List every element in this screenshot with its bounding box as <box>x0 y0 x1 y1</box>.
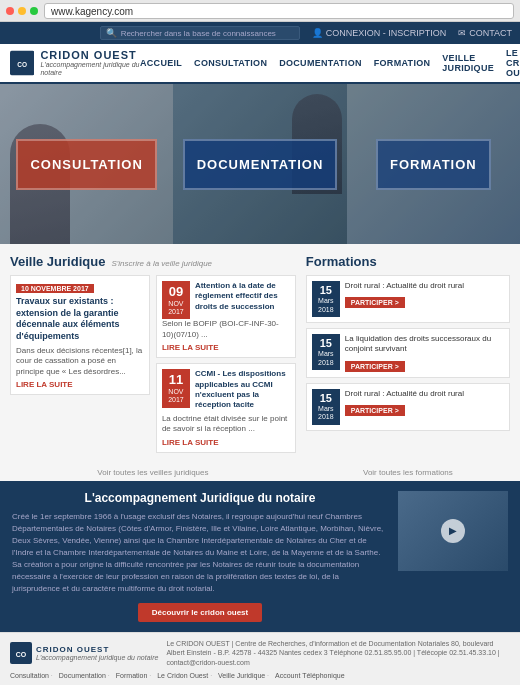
veille-item-text: Dans deux décisions récentes[1], la cour… <box>16 346 144 377</box>
veille-section: Veille Juridique S'inscrire à la veille … <box>10 254 296 458</box>
footer-info: Le CRIDON OUEST | Centre de Recherches, … <box>166 639 510 668</box>
dot-yellow <box>18 7 26 15</box>
veille-sub-text-0: Selon le BOFIP (BOI-CF-INF-30-10)(07/10)… <box>162 319 290 340</box>
formations-section: Formations 15 Mars 2018 Droit rural : Ac… <box>306 254 510 458</box>
formation-title-0: Droit rural : Actualité du droit rural <box>345 281 504 291</box>
dot-red <box>6 7 14 15</box>
nav-veille[interactable]: VEILLE JURIDIQUE <box>442 53 494 73</box>
site-footer: CO CRIDON OUEST L'accompagnement juridiq… <box>0 632 520 685</box>
nav-cridon[interactable]: LE CRIDON OUEST <box>506 48 520 78</box>
logo-tagline: L'accompagnement juridique du notaire <box>40 61 140 76</box>
footer-logo: CO CRIDON OUEST L'accompagnement juridiq… <box>10 642 158 664</box>
formations-title: Formations <box>306 254 377 269</box>
hero-formation[interactable]: FORMATION <box>347 84 520 244</box>
site-header: CO CRIDON OUEST L'accompagnement juridiq… <box>0 44 520 84</box>
footer-nav-consultation[interactable]: Consultation <box>10 672 53 679</box>
veille-date-square-0: 09 NOV 2017 <box>162 281 190 319</box>
nav-accueil[interactable]: ACCUEIL <box>140 58 182 68</box>
nav-documentation[interactable]: DOCUMENTATION <box>279 58 362 68</box>
participer-btn-0[interactable]: PARTICIPER > <box>345 297 405 308</box>
svg-text:CO: CO <box>17 61 27 68</box>
logo-icon: CO <box>10 48 34 78</box>
hero-label-formation[interactable]: FORMATION <box>376 139 491 190</box>
blue-info-image: ▶ <box>398 491 508 571</box>
footer-top: CO CRIDON OUEST L'accompagnement juridiq… <box>10 639 510 668</box>
footer-nav-veille[interactable]: Veille Juridique <box>218 672 269 679</box>
veille-left-col: 10 NOVEMBRE 2017 Travaux sur existants :… <box>10 275 150 458</box>
search-icon: 🔍 <box>106 28 117 38</box>
formations-header: Formations <box>306 254 510 269</box>
formation-title-2: Droit rural : Actualité du droit rural <box>345 389 504 399</box>
nav-formation[interactable]: FORMATION <box>374 58 431 68</box>
formation-date-1: 15 Mars 2018 <box>312 334 340 370</box>
blue-info-body: Créé le 1er septembre 1966 à l'usage exc… <box>12 511 388 595</box>
footer-nav-formation[interactable]: Formation <box>116 672 151 679</box>
veille-header: Veille Juridique S'inscrire à la veille … <box>10 254 296 269</box>
svg-text:CO: CO <box>16 651 27 658</box>
hero-label-documentation[interactable]: DOCUMENTATION <box>183 139 338 190</box>
participer-btn-2[interactable]: PARTICIPER > <box>345 405 405 416</box>
formation-item-0: 15 Mars 2018 Droit rural : Actualité du … <box>306 275 510 323</box>
veille-right-col: 09 NOV 2017 Attention à la date de règle… <box>156 275 296 458</box>
formation-info-1: La liquidation des droits successoraux d… <box>345 334 504 372</box>
voir-toutes-veilles[interactable]: Voir toutes les veilles juridiques <box>10 468 296 477</box>
footer-nav-documentation[interactable]: Documentation <box>59 672 110 679</box>
hero-label-consultation[interactable]: CONSULTATION <box>16 139 156 190</box>
search-box[interactable]: 🔍 Rechercher dans la base de connaissanc… <box>100 26 300 40</box>
veille-date-square-1: 11 NOV 2017 <box>162 369 190 407</box>
veille-lire-suite[interactable]: LIRE LA SUITE <box>16 380 144 389</box>
veille-sub-item-0: 09 NOV 2017 Attention à la date de règle… <box>156 275 296 358</box>
footer-logo-icon: CO <box>10 642 32 664</box>
utility-bar: 🔍 Rechercher dans la base de connaissanc… <box>0 22 520 44</box>
veille-sub-lire-1[interactable]: LIRE LA SUITE <box>162 438 290 447</box>
browser-chrome: www.kagency.com <box>0 0 520 22</box>
hero-banner: CONSULTATION DOCUMENTATION FORMATION <box>0 84 520 244</box>
footer-logo-tagline: L'accompagnement juridique du notaire <box>36 654 158 661</box>
main-nav: ACCUEIL CONSULTATION DOCUMENTATION FORMA… <box>140 48 520 78</box>
footer-nav-account[interactable]: Account Téléphonique <box>275 672 345 679</box>
formation-date-2: 15 Mars 2018 <box>312 389 340 425</box>
contact-link[interactable]: ✉ CONTACT <box>458 28 512 38</box>
address-bar[interactable]: www.kagency.com <box>44 3 514 19</box>
footer-logo-name: CRIDON OUEST <box>36 645 158 654</box>
footer-nav: Consultation Documentation Formation Le … <box>10 672 510 679</box>
blue-info-title: L'accompagnement Juridique du notaire <box>12 491 388 505</box>
dot-green <box>30 7 38 15</box>
veille-subscribe-link[interactable]: S'inscrire à la veille juridique <box>111 259 212 268</box>
veille-sub-text-1: La doctrine était divisée sur le point d… <box>162 414 290 435</box>
search-placeholder: Rechercher dans la base de connaissances <box>121 29 276 38</box>
envelope-icon: ✉ <box>458 28 466 38</box>
participer-btn-1[interactable]: PARTICIPER > <box>345 361 405 372</box>
formation-title-1: La liquidation des droits successoraux d… <box>345 334 504 355</box>
formation-info-2: Droit rural : Actualité du droit rural P… <box>345 389 504 416</box>
veille-item-main: 10 NOVEMBRE 2017 Travaux sur existants :… <box>10 275 150 395</box>
logo-text-block: CRIDON OUEST L'accompagnement juridique … <box>40 49 140 76</box>
formation-date-0: 15 Mars 2018 <box>312 281 340 317</box>
decouvrir-button[interactable]: Découvrir le cridon ouest <box>138 603 262 622</box>
blue-info-section: L'accompagnement Juridique du notaire Cr… <box>0 481 520 632</box>
play-icon[interactable]: ▶ <box>441 519 465 543</box>
login-link[interactable]: 👤 CONNEXION - INSCRIPTION <box>312 28 447 38</box>
blue-info-text: L'accompagnement Juridique du notaire Cr… <box>12 491 388 622</box>
logo-name: CRIDON OUEST <box>40 49 140 61</box>
nav-consultation[interactable]: CONSULTATION <box>194 58 267 68</box>
veille-sub-item-1: 11 NOV 2017 CCMI - Les dispositions appl… <box>156 363 296 452</box>
voir-toutes-formations[interactable]: Voir toutes les formations <box>306 468 510 477</box>
formation-info-0: Droit rural : Actualité du droit rural P… <box>345 281 504 308</box>
veille-item-title: Travaux sur existants : extension de la … <box>16 296 144 343</box>
hero-documentation[interactable]: DOCUMENTATION <box>173 84 346 244</box>
voir-toutes-row: Voir toutes les veilles juridiques Voir … <box>0 464 520 481</box>
user-icon: 👤 <box>312 28 323 38</box>
hero-consultation[interactable]: CONSULTATION <box>0 84 173 244</box>
veille-sub-lire-0[interactable]: LIRE LA SUITE <box>162 343 290 352</box>
main-content: Veille Juridique S'inscrire à la veille … <box>0 244 520 464</box>
veille-title: Veille Juridique <box>10 254 105 269</box>
footer-nav-cridon[interactable]: Le Cridon Ouest <box>157 672 212 679</box>
browser-dots <box>6 7 38 15</box>
formation-item-1: 15 Mars 2018 La liquidation des droits s… <box>306 328 510 378</box>
formation-item-2: 15 Mars 2018 Droit rural : Actualité du … <box>306 383 510 431</box>
veille-date-badge: 10 NOVEMBRE 2017 <box>16 284 94 293</box>
logo-area: CO CRIDON OUEST L'accompagnement juridiq… <box>10 48 140 78</box>
